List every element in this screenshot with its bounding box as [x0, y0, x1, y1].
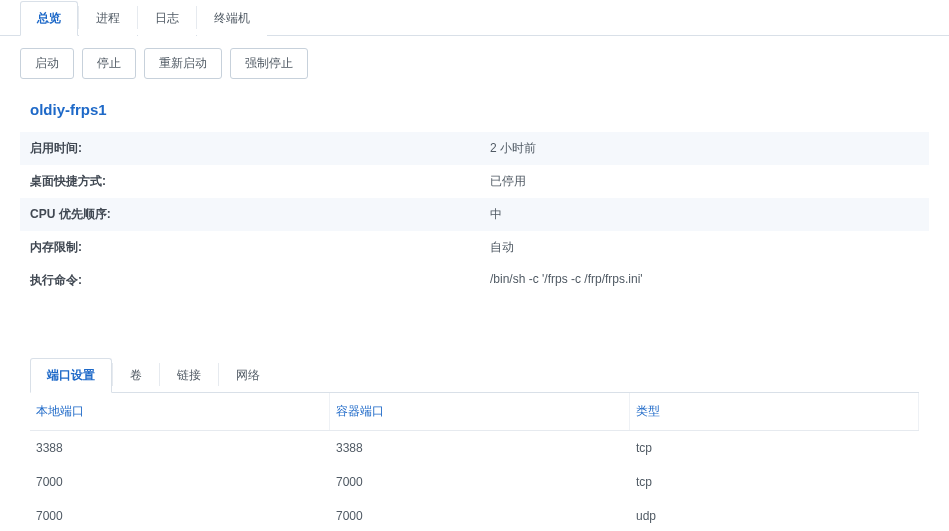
- subtab-port[interactable]: 端口设置: [30, 358, 112, 393]
- cell-type: tcp: [630, 431, 919, 465]
- cpu-value: 中: [490, 206, 502, 223]
- cell-container-port: 7000: [330, 465, 630, 499]
- tab-terminal[interactable]: 终端机: [197, 1, 267, 36]
- port-table: 本地端口 容器端口 类型 33883388tcp70007000tcp70007…: [20, 393, 929, 531]
- table-row[interactable]: 70007000tcp: [30, 465, 919, 499]
- info-row-cpu: CPU 优先顺序: 中: [20, 198, 929, 231]
- subtab-link[interactable]: 链接: [160, 358, 218, 393]
- port-table-header: 本地端口 容器端口 类型: [30, 393, 919, 431]
- cell-type: tcp: [630, 465, 919, 499]
- cell-container-port: 7000: [330, 499, 630, 531]
- cell-local-port: 7000: [30, 465, 330, 499]
- info-row-uptime: 启用时间: 2 小时前: [20, 132, 929, 165]
- shortcut-value: 已停用: [490, 173, 526, 190]
- table-row[interactable]: 33883388tcp: [30, 431, 919, 465]
- header-local-port[interactable]: 本地端口: [30, 393, 330, 430]
- header-container-port[interactable]: 容器端口: [330, 393, 630, 430]
- toolbar: 启动 停止 重新启动 强制停止: [0, 36, 949, 91]
- content-area: oldiy-frps1 启用时间: 2 小时前 桌面快捷方式: 已停用 CPU …: [0, 91, 949, 531]
- cpu-label: CPU 优先顺序:: [30, 206, 490, 223]
- force-stop-button[interactable]: 强制停止: [230, 48, 308, 79]
- container-title: oldiy-frps1: [20, 91, 929, 132]
- header-type[interactable]: 类型: [630, 393, 919, 430]
- main-tabs: 总览 进程 日志 终端机: [0, 0, 949, 36]
- shortcut-label: 桌面快捷方式:: [30, 173, 490, 190]
- memory-label: 内存限制:: [30, 239, 490, 256]
- spacer: [20, 297, 929, 357]
- uptime-value: 2 小时前: [490, 140, 536, 157]
- subtab-network[interactable]: 网络: [219, 358, 277, 393]
- tab-log[interactable]: 日志: [138, 1, 196, 36]
- tab-overview[interactable]: 总览: [20, 1, 78, 36]
- cmd-label: 执行命令:: [30, 272, 490, 289]
- uptime-label: 启用时间:: [30, 140, 490, 157]
- memory-value: 自动: [490, 239, 514, 256]
- tab-process[interactable]: 进程: [79, 1, 137, 36]
- stop-button[interactable]: 停止: [82, 48, 136, 79]
- info-row-cmd: 执行命令: /bin/sh -c '/frps -c /frp/frps.ini…: [20, 264, 929, 297]
- cell-container-port: 3388: [330, 431, 630, 465]
- cell-type: udp: [630, 499, 919, 531]
- cell-local-port: 3388: [30, 431, 330, 465]
- port-table-body: 33883388tcp70007000tcp70007000udp7001700…: [30, 431, 919, 531]
- info-row-shortcut: 桌面快捷方式: 已停用: [20, 165, 929, 198]
- info-row-memory: 内存限制: 自动: [20, 231, 929, 264]
- sub-tabs: 端口设置 卷 链接 网络: [30, 357, 919, 393]
- restart-button[interactable]: 重新启动: [144, 48, 222, 79]
- start-button[interactable]: 启动: [20, 48, 74, 79]
- table-row[interactable]: 70007000udp: [30, 499, 919, 531]
- cmd-value: /bin/sh -c '/frps -c /frp/frps.ini': [490, 272, 643, 289]
- cell-local-port: 7000: [30, 499, 330, 531]
- subtab-volume[interactable]: 卷: [113, 358, 159, 393]
